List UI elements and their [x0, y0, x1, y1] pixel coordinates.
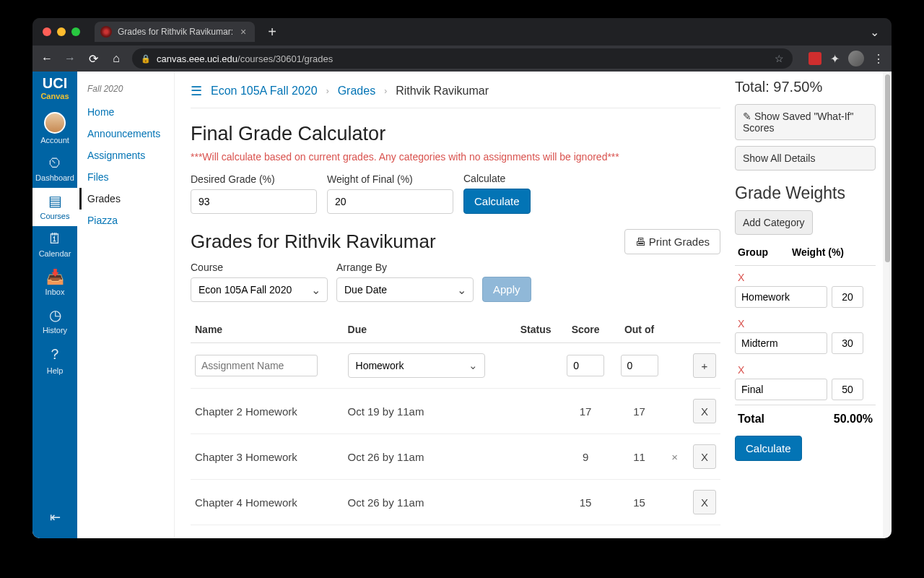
profile-avatar[interactable]: [848, 51, 864, 66]
user-avatar-icon: [44, 112, 66, 134]
browser-menu-icon[interactable]: ⋮: [873, 52, 884, 66]
col-status: Status: [513, 316, 559, 343]
whatif-button[interactable]: ✎ Show Saved "What-If" Scores: [735, 104, 876, 140]
desired-grade-label: Desired Grade (%): [191, 173, 317, 185]
assignment-link[interactable]: Chapter 4 Homework: [191, 480, 344, 525]
delete-category[interactable]: X: [735, 266, 876, 285]
global-nav: UCI Canvas Account ⏲Dashboard ▤Courses 🗓…: [32, 72, 77, 538]
bookmark-icon[interactable]: ☆: [775, 53, 784, 64]
apply-button[interactable]: Apply: [482, 277, 531, 302]
delete-category[interactable]: X: [735, 312, 876, 331]
delete-row-button[interactable]: X: [693, 490, 716, 514]
score-cell: 9: [559, 434, 612, 480]
arrange-select-label: Arrange By: [336, 262, 474, 273]
scrollbar[interactable]: [883, 72, 892, 538]
nav-history[interactable]: ◷History: [32, 302, 77, 340]
crumb-current: Rithvik Ravikumar: [396, 85, 489, 98]
home-button[interactable]: ⌂: [109, 52, 123, 65]
tab-close-icon[interactable]: ×: [239, 26, 248, 38]
category-weight-input[interactable]: [832, 332, 863, 354]
calculate-button[interactable]: Calculate: [463, 189, 531, 214]
col-name: Name: [191, 316, 344, 343]
help-icon: ？: [48, 345, 62, 364]
brand-logo[interactable]: UCI: [43, 76, 67, 92]
tab-title: Grades for Rithvik Ravikumar:: [118, 27, 233, 37]
nav-dashboard[interactable]: ⏲Dashboard: [32, 150, 77, 188]
delete-row-button[interactable]: X: [693, 444, 716, 469]
delete-category[interactable]: X: [735, 358, 876, 377]
cnav-grades[interactable]: Grades: [79, 188, 171, 210]
extension-icon[interactable]: [808, 52, 821, 65]
category-name-input[interactable]: [735, 332, 827, 354]
chevron-down-icon[interactable]: ⌄: [867, 25, 881, 39]
new-assignment-score[interactable]: [567, 355, 604, 376]
cnav-piazza[interactable]: Piazza: [87, 210, 171, 231]
book-icon: ▤: [48, 192, 62, 210]
extensions-puzzle-icon[interactable]: ✦: [830, 52, 840, 66]
weight-total-label: Total: [738, 413, 764, 426]
grades-table: Name Due Status Score Out of Homework: [191, 316, 720, 525]
col-out: Out of: [612, 316, 666, 343]
delete-row-button[interactable]: X: [693, 399, 716, 423]
crumb-course[interactable]: Econ 105A Fall 2020: [211, 85, 318, 98]
print-grades-button[interactable]: 🖶 Print Grades: [624, 229, 720, 254]
nav-inbox[interactable]: 📥Inbox: [32, 264, 77, 302]
weights-calculate-button[interactable]: Calculate: [735, 436, 802, 461]
course-select-label: Course: [191, 262, 328, 273]
calculate-label: Calculate: [463, 173, 531, 184]
cnav-files[interactable]: Files: [87, 166, 171, 188]
nav-help[interactable]: ？Help: [32, 340, 77, 381]
calculator-title: Final Grade Calculator: [191, 123, 720, 145]
show-all-button[interactable]: Show All Details: [735, 146, 876, 171]
desired-grade-input[interactable]: [191, 189, 317, 214]
category-name-input[interactable]: [735, 379, 827, 400]
cnav-assignments[interactable]: Assignments: [87, 144, 171, 166]
new-assignment-name[interactable]: [195, 355, 318, 376]
table-row: Chapter 4 Homework Oct 26 by 11am 15 15 …: [191, 480, 720, 525]
category-weight-input[interactable]: [832, 286, 863, 308]
course-nav: Fall 2020 Home Announcements Assignments…: [77, 72, 175, 538]
chevron-right-icon: ›: [326, 86, 329, 96]
nav-calendar[interactable]: 🗓Calendar: [32, 226, 77, 264]
window-close[interactable]: [43, 27, 51, 36]
new-assignment-out[interactable]: [621, 355, 658, 376]
print-icon: 🖶: [635, 236, 649, 248]
address-bar[interactable]: 🔒 canvas.eee.uci.edu/courses/30601/grade…: [132, 48, 793, 69]
add-category-button[interactable]: Add Category: [735, 210, 813, 235]
col-score: Score: [559, 316, 612, 343]
nav-courses[interactable]: ▤Courses: [32, 188, 77, 226]
new-assignment-category[interactable]: Homework: [348, 353, 485, 378]
out-cell: 11: [612, 434, 666, 480]
hamburger-icon[interactable]: ☰: [191, 83, 202, 99]
out-cell: 17: [612, 389, 666, 434]
assignment-link[interactable]: Chapter 3 Homework: [191, 434, 344, 480]
browser-tab[interactable]: Grades for Rithvik Ravikumar: ×: [95, 22, 255, 42]
nav-account[interactable]: Account: [32, 108, 77, 150]
final-weight-input[interactable]: [327, 189, 453, 214]
cnav-announcements[interactable]: Announcements: [87, 123, 171, 144]
add-assignment-button[interactable]: +: [693, 353, 716, 378]
course-select[interactable]: Econ 105A Fall 2020: [191, 277, 328, 302]
whatif-icon: ✎: [743, 111, 754, 122]
window-maximize[interactable]: [71, 27, 80, 36]
reload-button[interactable]: ⟳: [86, 52, 100, 66]
category-name-input[interactable]: [735, 286, 827, 308]
table-row: Chapter 3 Homework Oct 26 by 11am 9 11 ×…: [191, 434, 720, 480]
crumb-section[interactable]: Grades: [338, 85, 375, 98]
nav-collapse[interactable]: ⇤: [32, 505, 77, 531]
due-cell: Oct 26 by 11am: [344, 434, 513, 480]
window-minimize[interactable]: [57, 27, 66, 36]
new-tab-button[interactable]: +: [268, 24, 276, 40]
url-text: canvas.eee.uci.edu/courses/30601/grades: [157, 53, 333, 64]
arrange-select[interactable]: Due Date: [336, 277, 474, 302]
grades-title: Grades for Rithvik Ravikumar: [191, 230, 436, 253]
score-cell: 17: [559, 389, 612, 434]
group-header: Group: [735, 241, 789, 266]
category-weight-input[interactable]: [832, 379, 863, 400]
tab-favicon: [100, 26, 112, 38]
back-button[interactable]: ←: [40, 52, 54, 65]
assignment-link[interactable]: Chapter 2 Homework: [191, 389, 344, 434]
new-assignment-row: Homework +: [191, 343, 720, 389]
cnav-home[interactable]: Home: [87, 101, 171, 123]
calendar-icon: 🗓: [48, 230, 62, 247]
